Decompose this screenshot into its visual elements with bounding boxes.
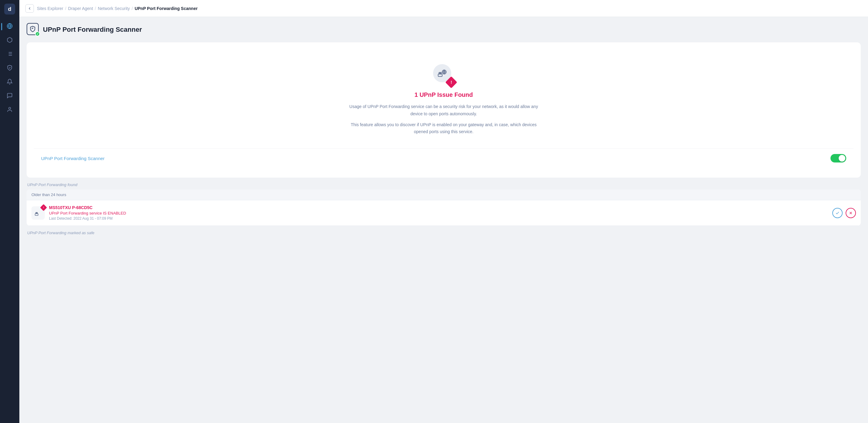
scanner-row: UPnP Port Forwarding Scanner — [34, 148, 854, 168]
bell-icon — [7, 79, 13, 86]
back-button[interactable] — [25, 4, 34, 13]
top-bar: Sites Explorer / Draper Agent / Network … — [19, 0, 868, 17]
results-card: Older than 24 hours ! — [27, 189, 861, 226]
issue-title: 1 UPnP Issue Found — [415, 91, 473, 98]
svg-rect-11 — [438, 74, 442, 77]
content-area: UPnP Port Forwarding Scanner — [19, 17, 868, 423]
device-icon-wrap: ! — [31, 206, 45, 220]
sidebar-item-globe[interactable] — [4, 21, 16, 33]
device-info: MS510TXU P-68CD5C UPnP Port Forwarding s… — [49, 205, 828, 220]
time-group-header: Older than 24 hours — [27, 189, 861, 200]
breadcrumb-sites[interactable]: Sites Explorer — [37, 6, 63, 11]
svg-rect-17 — [35, 214, 38, 215]
table-row: ! MS510TXU P-68CD5C UPnP Port Forwarding… — [27, 200, 861, 226]
main-wrapper: Sites Explorer / Draper Agent / Network … — [19, 0, 868, 423]
breadcrumb-current: UPnP Port Forwarding Scanner — [134, 6, 197, 11]
results-label: UPnP Port Forwarding found — [27, 182, 861, 187]
sidebar-item-user[interactable] — [4, 104, 16, 116]
breadcrumb-agent[interactable]: Draper Agent — [68, 6, 93, 11]
device-name: MS510TXU P-68CD5C — [49, 205, 828, 210]
breadcrumb-sep-1: / — [65, 6, 66, 11]
sidebar-item-list[interactable] — [4, 49, 16, 61]
dismiss-button[interactable] — [846, 208, 856, 218]
list-icon — [7, 51, 13, 58]
device-actions — [832, 208, 856, 218]
issue-visual: ! 1 UPnP Issue Found Usage of UPnP Port … — [34, 52, 854, 148]
sidebar-nav — [0, 21, 19, 116]
device-status: UPnP Port Forwarding service IS ENABLED — [49, 211, 828, 215]
shield-check-icon — [7, 65, 13, 72]
mark-safe-button[interactable] — [832, 208, 843, 218]
breadcrumb-sep-2: / — [95, 6, 96, 11]
breadcrumb: Sites Explorer / Draper Agent / Network … — [37, 6, 197, 11]
device-last-detected: Last Detected: 2022 Aug 31 - 07:09 PM — [49, 216, 828, 220]
svg-point-10 — [32, 28, 33, 28]
user-icon — [7, 107, 13, 114]
page-title: UPnP Port Forwarding Scanner — [43, 26, 142, 34]
page-icon-wrapper — [27, 23, 40, 36]
breadcrumb-sep-3: / — [131, 6, 133, 11]
sidebar-item-chat[interactable] — [4, 90, 16, 102]
chat-icon — [7, 93, 13, 100]
sidebar-item-cube[interactable] — [4, 34, 16, 47]
status-badge-green — [35, 31, 40, 36]
cube-icon — [7, 37, 13, 44]
info-card: ! 1 UPnP Issue Found Usage of UPnP Port … — [27, 42, 861, 178]
safe-section: UPnP Port Forwarding marked as safe — [27, 231, 861, 235]
sidebar-item-bell[interactable] — [4, 76, 16, 88]
svg-point-8 — [9, 108, 11, 110]
issue-icon-container: ! — [433, 64, 454, 85]
upnp-scanner-toggle[interactable] — [831, 154, 846, 162]
app-logo: d — [4, 4, 15, 14]
sidebar-item-shield[interactable] — [4, 62, 16, 74]
breadcrumb-network[interactable]: Network Security — [98, 6, 130, 11]
globe-icon — [7, 23, 13, 30]
page-header: UPnP Port Forwarding Scanner — [27, 23, 861, 36]
sidebar: d — [0, 0, 19, 423]
scanner-label: UPnP Port Forwarding Scanner — [41, 156, 105, 161]
safe-label: UPnP Port Forwarding marked as safe — [27, 231, 861, 235]
issue-description: Usage of UPnP Port Forwarding service ca… — [347, 103, 540, 139]
results-section: UPnP Port Forwarding found Older than 24… — [27, 182, 861, 226]
